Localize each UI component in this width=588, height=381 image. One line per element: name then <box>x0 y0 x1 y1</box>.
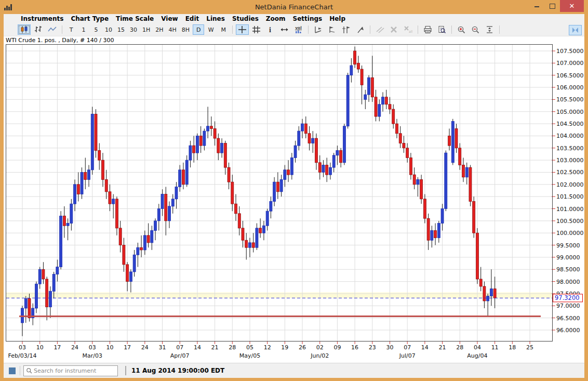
toolbar-separator <box>232 25 233 34</box>
close-button[interactable]: ✕ <box>560 0 584 12</box>
candle-body <box>459 148 461 165</box>
x-axis-week-label: 09 <box>333 344 341 351</box>
vertical-study-tool-button[interactable] <box>326 24 339 35</box>
x-axis-week-label: 04 <box>474 344 481 351</box>
x-axis-month-label: May/05 <box>239 352 260 359</box>
print-icon <box>423 25 432 34</box>
y-axis-label: 106.5000 <box>556 72 584 79</box>
delete-button[interactable] <box>387 24 400 35</box>
maximize-button[interactable] <box>544 0 560 12</box>
candle-body <box>171 199 174 206</box>
x-axis-week-label: 28 <box>456 344 463 351</box>
y-axis-label: 104.5000 <box>556 121 584 127</box>
candle-body <box>112 199 115 204</box>
ohlc-bar-chart-button[interactable] <box>32 24 45 35</box>
timeframe-button-M[interactable]: M <box>218 24 229 35</box>
line-chart-button[interactable] <box>46 24 59 35</box>
timeframe-button-1H[interactable]: 1H <box>140 24 152 35</box>
info-button[interactable]: i <box>264 24 277 35</box>
x-axis-week-label: 14 <box>194 344 201 351</box>
print-button[interactable] <box>421 24 434 35</box>
menu-item-view[interactable]: View <box>157 15 181 23</box>
candle-body <box>406 148 409 158</box>
vertical-study-tool-icon <box>328 25 337 34</box>
x-axis-month-label: Feb/03/14 <box>8 352 37 359</box>
crosshair-button[interactable] <box>236 24 249 35</box>
y-axis-label: 105.5000 <box>556 97 584 103</box>
menu-item-help[interactable]: Help <box>326 15 349 23</box>
menu-item-instruments[interactable]: Instruments <box>17 15 67 23</box>
candle-body <box>417 180 419 185</box>
expand-horizontal-icon <box>280 25 289 34</box>
y-axis-label: 100.5000 <box>556 218 584 225</box>
timeframe-button-1[interactable]: 1 <box>78 24 89 35</box>
timeframe-button-W[interactable]: W <box>205 24 217 35</box>
candle-body <box>312 138 314 143</box>
candle-body <box>242 228 244 240</box>
timeframe-button-30[interactable]: 30 <box>128 24 139 35</box>
y-axis-label: 107.0000 <box>556 60 584 67</box>
candle-body <box>95 114 97 151</box>
candle-body <box>185 161 188 185</box>
timeframe-button-D[interactable]: D <box>193 24 204 35</box>
candle-body <box>378 104 381 116</box>
delete-all-icon: all <box>404 25 412 34</box>
candle-body <box>38 270 41 284</box>
volume-button[interactable]: vol <box>292 24 305 35</box>
timeframe-button-T[interactable]: T <box>65 24 77 35</box>
timeframe-button-8H[interactable]: 8H <box>180 24 192 35</box>
instrument-label: WTI Crude 1. pos. , Daily, # 140 / 300 <box>4 36 584 44</box>
candle-body <box>413 175 416 185</box>
timeframe-button-15[interactable]: 15 <box>115 24 127 35</box>
candle-body <box>322 165 325 173</box>
timeframe-button-2H[interactable]: 2H <box>153 24 165 35</box>
status-bar: 11 Aug 2014 19:00:00 EDT <box>4 363 584 378</box>
menu-item-chart-type[interactable]: Chart Type <box>67 15 112 23</box>
menu-item-zoom[interactable]: Zoom <box>262 15 289 23</box>
print-preview-button[interactable] <box>435 24 448 35</box>
pin-panel-button[interactable] <box>569 25 582 35</box>
candlestick-chart-button[interactable] <box>18 24 31 35</box>
search-input[interactable] <box>33 367 115 375</box>
grid-button[interactable] <box>250 24 263 35</box>
y-axis-label: 102.0000 <box>556 181 584 188</box>
info-icon: i <box>266 25 275 34</box>
menu-item-settings[interactable]: Settings <box>289 15 326 23</box>
parallel-lines-button[interactable] <box>373 24 386 35</box>
menu-item-studies[interactable]: Studies <box>229 15 262 23</box>
timeframe-button-4H[interactable]: 4H <box>167 24 179 35</box>
candle-body <box>154 221 157 231</box>
trendline-tool-button[interactable] <box>312 24 325 35</box>
divider <box>125 366 126 375</box>
instrument-search-box[interactable] <box>23 365 118 376</box>
menu-item-time-scale[interactable]: Time Scale <box>112 15 157 23</box>
candle-body <box>462 165 464 177</box>
minimize-button[interactable] <box>529 0 544 12</box>
candle-body <box>259 228 262 233</box>
candle-body <box>360 69 363 85</box>
candle-body <box>182 170 184 185</box>
fit-vertical-button[interactable] <box>483 24 496 35</box>
timeframe-button-10[interactable]: 10 <box>103 24 114 35</box>
zoom-out-button[interactable] <box>469 24 482 35</box>
x-axis-week-label: 25 <box>526 344 533 351</box>
timeframe-button-5[interactable]: 5 <box>90 24 102 35</box>
candle-body <box>487 296 489 301</box>
chart-plot[interactable]: 96.000096.500097.000097.500098.000098.50… <box>4 44 584 361</box>
toolbar: T151015301H2H4H8HDWMivolall <box>4 23 584 36</box>
candle-body <box>434 231 437 238</box>
maximize-icon <box>550 4 555 9</box>
candle-body <box>84 173 87 180</box>
y-axis-label: 97.0000 <box>556 303 580 310</box>
candle-body <box>70 204 73 224</box>
menu-item-edit[interactable]: Edit <box>182 15 203 23</box>
menu-item-lines[interactable]: Lines <box>203 15 229 23</box>
zoom-in-button[interactable] <box>455 24 468 35</box>
expand-horizontal-button[interactable] <box>278 24 291 35</box>
candle-body <box>409 158 412 175</box>
flag-tool-button[interactable] <box>354 24 367 35</box>
x-axis-week-label: 18 <box>509 344 516 351</box>
candle-body <box>290 158 293 175</box>
delete-all-button[interactable]: all <box>402 24 415 35</box>
parallel-channel-tool-button[interactable] <box>340 24 353 35</box>
